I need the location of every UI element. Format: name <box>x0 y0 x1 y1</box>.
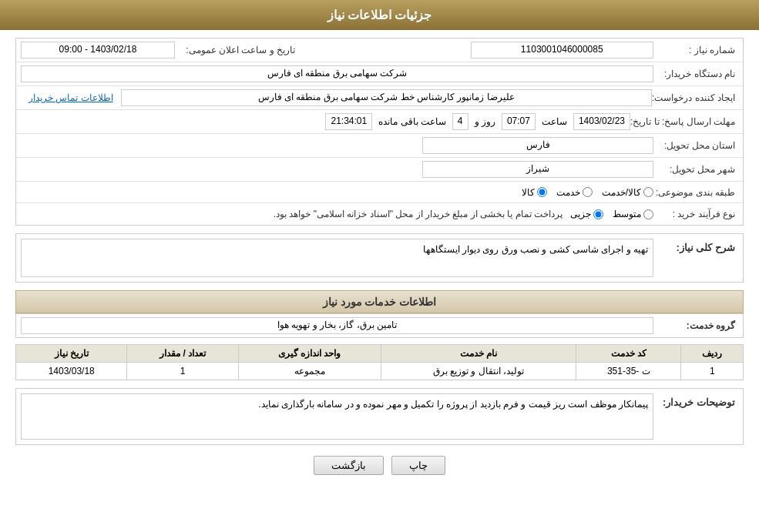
deadline-remaining-label: ساعت باقی مانده <box>375 116 449 127</box>
deadline-time: 07:07 <box>502 113 536 130</box>
row-city: شهر محل تحویل: شیراز <box>16 158 743 182</box>
info-section: شماره نیاز : 1103001046000085 تاریخ و سا… <box>15 38 744 226</box>
order-type-label: نوع فرآیند خرید : <box>653 209 738 219</box>
province-value: فارس <box>422 137 653 154</box>
buyer-org-value: شرکت سهامی برق منطقه ای فارس <box>21 65 653 82</box>
need-desc-section: شرح کلی نیاز: تهیه و اجرای شاسی کشی و نص… <box>15 233 744 283</box>
deadline-remaining: 21:34:01 <box>325 113 372 130</box>
deadline-row: 1403/02/23 ساعت 07:07 روز و 4 ساعت باقی … <box>21 113 630 130</box>
col-header-unit: واحد اندازه گیری <box>238 345 381 363</box>
print-button[interactable]: چاپ <box>391 456 445 475</box>
table-header-row: ردیف کد خدمت نام خدمت واحد اندازه گیری ت… <box>16 345 744 363</box>
service-group-label: گروه خدمت: <box>653 320 738 331</box>
buyer-desc-section: توضیحات خریدار: پیمانکار موظف است ریز قی… <box>15 388 744 445</box>
back-button[interactable]: بازگشت <box>314 456 384 475</box>
category-label-khadamat: خدمت <box>556 187 580 198</box>
requester-contact-link[interactable]: اطلاعات تماس خریدار <box>21 92 121 103</box>
service-group-row: گروه خدمت: تامین برق، گاز، بخار و تهویه … <box>16 314 743 337</box>
order-type-medium-label: متوسط <box>613 209 641 219</box>
main-content: شماره نیاز : 1103001046000085 تاریخ و سا… <box>0 30 759 490</box>
province-label: استان محل تحویل: <box>653 140 738 151</box>
deadline-date: 1403/02/23 <box>573 113 630 130</box>
city-value: شیراز <box>422 161 653 178</box>
row-order-type: نوع فرآیند خرید : متوسط جزیی پرداخت تمام… <box>16 203 743 225</box>
need-number-label: شماره نیاز : <box>653 45 738 55</box>
deadline-time-label: ساعت <box>539 116 570 127</box>
order-type-partial-label: جزیی <box>570 209 591 219</box>
cell-date-0: 1403/03/18 <box>16 363 127 380</box>
order-type-radio-group: متوسط جزیی <box>570 209 653 219</box>
page-wrapper: جزئیات اطلاعات نیاز شماره نیاز : 1103001… <box>0 0 759 532</box>
service-group-section: گروه خدمت: تامین برق، گاز، بخار و تهویه … <box>15 313 744 338</box>
col-header-qty: تعداد / مقدار <box>127 345 238 363</box>
row-buyer-org: نام دستگاه خریدار: شرکت سهامی برق منطقه … <box>16 62 743 86</box>
row-deadline: مهلت ارسال پاسخ: تا تاریخ: 1403/02/23 سا… <box>16 110 743 134</box>
category-label-kala: کالا <box>522 187 535 198</box>
category-label: طبقه بندی موضوعی: <box>653 187 738 198</box>
category-option-khadamat[interactable]: خدمت <box>556 187 593 198</box>
services-table: ردیف کد خدمت نام خدمت واحد اندازه گیری ت… <box>15 344 744 380</box>
need-number-value: 1103001046000085 <box>471 42 654 59</box>
row-requester: ایجاد کننده درخواست: علیرضا زمانپور کارش… <box>16 86 743 110</box>
services-table-section: ردیف کد خدمت نام خدمت واحد اندازه گیری ت… <box>15 344 744 380</box>
requester-value: علیرضا زمانپور کارشناس خط شرکت سهامی برق… <box>121 89 652 106</box>
col-header-date: تاریخ نیاز <box>16 345 127 363</box>
category-radio-group: کالا/خدمت خدمت کالا <box>21 187 653 198</box>
deadline-days: 4 <box>452 113 468 130</box>
buyer-org-label: نام دستگاه خریدار: <box>653 69 738 79</box>
category-option-kala-khadamat[interactable]: کالا/خدمت <box>602 187 653 198</box>
order-type-medium[interactable]: متوسط <box>613 209 653 219</box>
requester-label: ایجاد کننده درخواست: <box>652 92 738 103</box>
category-option-kala[interactable]: کالا <box>522 187 547 198</box>
category-label-kala-khadamat: کالا/خدمت <box>602 187 641 198</box>
page-title: جزئیات اطلاعات نیاز <box>327 8 432 22</box>
cell-row-0: 1 <box>681 363 744 380</box>
col-header-code: کد خدمت <box>576 345 681 363</box>
services-section-title: اطلاعات خدمات مورد نیاز <box>15 290 744 313</box>
table-row: 1 ت -35-351 تولید، انتقال و توزیع برق مج… <box>16 363 744 380</box>
order-type-radio-medium[interactable] <box>643 209 653 219</box>
col-header-name: نام خدمت <box>381 345 576 363</box>
page-header: جزئیات اطلاعات نیاز <box>0 0 759 30</box>
cell-qty-0: 1 <box>127 363 238 380</box>
category-radio-khadamat[interactable] <box>583 187 593 197</box>
order-type-partial[interactable]: جزیی <box>570 209 603 219</box>
service-group-value: تامین برق، گاز، بخار و تهویه هوا <box>21 317 653 334</box>
row-need-number: شماره نیاز : 1103001046000085 تاریخ و سا… <box>16 38 743 62</box>
cell-name-0: تولید، انتقال و توزیع برق <box>381 363 576 380</box>
cell-unit-0: مجموعه <box>238 363 381 380</box>
category-radio-kala-khadamat[interactable] <box>643 187 653 197</box>
buyer-desc-value: پیمانکار موظف است ریز قیمت و فرم بازدید … <box>21 393 653 440</box>
order-type-radio-partial[interactable] <box>593 209 603 219</box>
deadline-days-label: روز و <box>472 116 499 127</box>
button-row: چاپ بازگشت <box>15 456 744 475</box>
city-label: شهر محل تحویل: <box>653 164 738 175</box>
need-desc-label: شرح کلی نیاز: <box>653 239 738 253</box>
deadline-label: مهلت ارسال پاسخ: تا تاریخ: <box>630 116 738 127</box>
col-header-row: ردیف <box>681 345 744 363</box>
order-type-note: پرداخت تمام یا بخشی از مبلغ خریدار از مح… <box>21 209 570 219</box>
cell-code-0: ت -35-351 <box>576 363 681 380</box>
announce-date-value: 1403/02/18 - 09:00 <box>21 42 175 59</box>
buyer-desc-label: توضیحات خریدار: <box>653 393 738 408</box>
row-province: استان محل تحویل: فارس <box>16 134 743 158</box>
category-radio-kala[interactable] <box>537 187 547 197</box>
row-category: طبقه بندی موضوعی: کالا/خدمت خدمت کالا <box>16 182 743 203</box>
need-desc-value: تهیه و اجرای شاسی کشی و نصب ورق روی دیوا… <box>21 239 653 277</box>
announce-date-label: تاریخ و ساعت اعلان عمومی: <box>175 45 298 55</box>
